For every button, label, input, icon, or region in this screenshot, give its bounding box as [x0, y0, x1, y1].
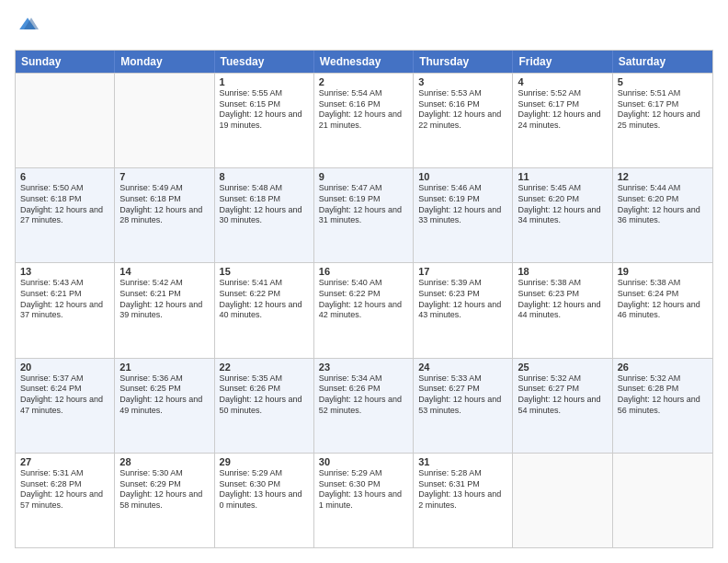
calendar-cell: 16Sunrise: 5:40 AM Sunset: 6:22 PM Dayli… [314, 263, 414, 357]
day-number: 30 [319, 456, 408, 467]
day-number: 19 [618, 266, 708, 277]
day-number: 31 [418, 456, 507, 467]
calendar-cell: 1Sunrise: 5:55 AM Sunset: 6:15 PM Daylig… [215, 74, 314, 167]
cell-daylight-info: Sunrise: 5:36 AM Sunset: 6:25 PM Dayligh… [119, 373, 209, 417]
cell-daylight-info: Sunrise: 5:28 AM Sunset: 6:31 PM Dayligh… [418, 468, 507, 511]
calendar-cell: 20Sunrise: 5:37 AM Sunset: 6:24 PM Dayli… [16, 359, 115, 453]
cell-daylight-info: Sunrise: 5:30 AM Sunset: 6:29 PM Dayligh… [119, 468, 209, 511]
cell-daylight-info: Sunrise: 5:52 AM Sunset: 6:17 PM Dayligh… [518, 88, 607, 132]
calendar-cell: 21Sunrise: 5:36 AM Sunset: 6:25 PM Dayli… [115, 359, 214, 453]
calendar-cell: 26Sunrise: 5:32 AM Sunset: 6:28 PM Dayli… [613, 359, 712, 453]
day-number: 3 [418, 76, 507, 87]
calendar-cell [16, 74, 115, 167]
cell-daylight-info: Sunrise: 5:40 AM Sunset: 6:22 PM Dayligh… [319, 278, 408, 321]
weekday-header: Sunday [16, 51, 115, 73]
calendar-cell: 15Sunrise: 5:41 AM Sunset: 6:22 PM Dayli… [215, 263, 314, 357]
calendar-cell: 31Sunrise: 5:28 AM Sunset: 6:31 PM Dayli… [414, 454, 513, 547]
calendar-cell: 13Sunrise: 5:43 AM Sunset: 6:21 PM Dayli… [16, 263, 115, 357]
calendar-cell: 5Sunrise: 5:51 AM Sunset: 6:17 PM Daylig… [613, 74, 712, 167]
calendar-cell: 30Sunrise: 5:29 AM Sunset: 6:30 PM Dayli… [314, 454, 414, 547]
calendar-cell: 29Sunrise: 5:29 AM Sunset: 6:30 PM Dayli… [215, 454, 314, 547]
cell-daylight-info: Sunrise: 5:29 AM Sunset: 6:30 PM Dayligh… [220, 468, 309, 511]
calendar-cell: 12Sunrise: 5:44 AM Sunset: 6:20 PM Dayli… [613, 168, 712, 262]
day-number: 24 [418, 362, 507, 373]
cell-daylight-info: Sunrise: 5:45 AM Sunset: 6:20 PM Dayligh… [518, 183, 607, 226]
calendar-cell: 27Sunrise: 5:31 AM Sunset: 6:28 PM Dayli… [16, 454, 115, 547]
calendar-cell [613, 454, 712, 547]
weekday-header: Tuesday [215, 51, 314, 73]
page-header [15, 15, 713, 40]
logo [15, 15, 39, 40]
day-number: 9 [319, 171, 408, 182]
cell-daylight-info: Sunrise: 5:35 AM Sunset: 6:26 PM Dayligh… [220, 373, 309, 417]
cell-daylight-info: Sunrise: 5:39 AM Sunset: 6:23 PM Dayligh… [418, 278, 507, 321]
day-number: 14 [119, 266, 209, 277]
cell-daylight-info: Sunrise: 5:31 AM Sunset: 6:28 PM Dayligh… [20, 468, 109, 511]
day-number: 17 [418, 266, 507, 277]
calendar-row: 27Sunrise: 5:31 AM Sunset: 6:28 PM Dayli… [16, 453, 712, 547]
calendar-cell: 9Sunrise: 5:47 AM Sunset: 6:19 PM Daylig… [314, 168, 414, 262]
calendar-cell: 14Sunrise: 5:42 AM Sunset: 6:21 PM Dayli… [115, 263, 214, 357]
weekday-header: Wednesday [314, 51, 414, 73]
day-number: 6 [20, 171, 109, 182]
calendar-cell: 25Sunrise: 5:32 AM Sunset: 6:27 PM Dayli… [513, 359, 612, 453]
cell-daylight-info: Sunrise: 5:32 AM Sunset: 6:28 PM Dayligh… [618, 373, 708, 417]
day-number: 4 [518, 76, 607, 87]
calendar-cell: 7Sunrise: 5:49 AM Sunset: 6:18 PM Daylig… [115, 168, 214, 262]
weekday-header: Friday [513, 51, 612, 73]
cell-daylight-info: Sunrise: 5:53 AM Sunset: 6:16 PM Dayligh… [418, 88, 507, 132]
calendar-cell: 18Sunrise: 5:38 AM Sunset: 6:23 PM Dayli… [513, 263, 612, 357]
calendar-row: 1Sunrise: 5:55 AM Sunset: 6:15 PM Daylig… [16, 73, 712, 167]
day-number: 10 [418, 171, 507, 182]
cell-daylight-info: Sunrise: 5:51 AM Sunset: 6:17 PM Dayligh… [618, 88, 708, 132]
day-number: 11 [518, 171, 607, 182]
cell-daylight-info: Sunrise: 5:49 AM Sunset: 6:18 PM Dayligh… [119, 183, 209, 226]
cell-daylight-info: Sunrise: 5:33 AM Sunset: 6:27 PM Dayligh… [418, 373, 507, 417]
logo-icon [17, 15, 39, 37]
day-number: 26 [618, 362, 708, 373]
cell-daylight-info: Sunrise: 5:55 AM Sunset: 6:15 PM Dayligh… [220, 88, 309, 132]
day-number: 25 [518, 362, 607, 373]
calendar-cell: 22Sunrise: 5:35 AM Sunset: 6:26 PM Dayli… [215, 359, 314, 453]
calendar-cell [115, 74, 214, 167]
day-number: 15 [220, 266, 309, 277]
calendar-cell: 4Sunrise: 5:52 AM Sunset: 6:17 PM Daylig… [513, 74, 612, 167]
calendar-cell: 10Sunrise: 5:46 AM Sunset: 6:19 PM Dayli… [414, 168, 513, 262]
calendar-header: SundayMondayTuesdayWednesdayThursdayFrid… [16, 51, 712, 73]
cell-daylight-info: Sunrise: 5:34 AM Sunset: 6:26 PM Dayligh… [319, 373, 408, 417]
day-number: 8 [220, 171, 309, 182]
day-number: 1 [220, 76, 309, 87]
calendar-body: 1Sunrise: 5:55 AM Sunset: 6:15 PM Daylig… [16, 73, 712, 547]
calendar-cell: 23Sunrise: 5:34 AM Sunset: 6:26 PM Dayli… [314, 359, 414, 453]
cell-daylight-info: Sunrise: 5:46 AM Sunset: 6:19 PM Dayligh… [418, 183, 507, 226]
cell-daylight-info: Sunrise: 5:32 AM Sunset: 6:27 PM Dayligh… [518, 373, 607, 417]
calendar-cell: 19Sunrise: 5:38 AM Sunset: 6:24 PM Dayli… [613, 263, 712, 357]
day-number: 13 [20, 266, 109, 277]
cell-daylight-info: Sunrise: 5:54 AM Sunset: 6:16 PM Dayligh… [319, 88, 408, 132]
calendar-cell: 3Sunrise: 5:53 AM Sunset: 6:16 PM Daylig… [414, 74, 513, 167]
calendar-cell: 17Sunrise: 5:39 AM Sunset: 6:23 PM Dayli… [414, 263, 513, 357]
cell-daylight-info: Sunrise: 5:47 AM Sunset: 6:19 PM Dayligh… [319, 183, 408, 226]
day-number: 29 [220, 456, 309, 467]
calendar-cell: 8Sunrise: 5:48 AM Sunset: 6:18 PM Daylig… [215, 168, 314, 262]
day-number: 7 [119, 171, 209, 182]
calendar-cell: 11Sunrise: 5:45 AM Sunset: 6:20 PM Dayli… [513, 168, 612, 262]
calendar-cell: 6Sunrise: 5:50 AM Sunset: 6:18 PM Daylig… [16, 168, 115, 262]
calendar-cell [513, 454, 612, 547]
day-number: 2 [319, 76, 408, 87]
cell-daylight-info: Sunrise: 5:44 AM Sunset: 6:20 PM Dayligh… [618, 183, 708, 226]
day-number: 12 [618, 171, 708, 182]
cell-daylight-info: Sunrise: 5:37 AM Sunset: 6:24 PM Dayligh… [20, 373, 109, 417]
cell-daylight-info: Sunrise: 5:42 AM Sunset: 6:21 PM Dayligh… [119, 278, 209, 321]
calendar-cell: 2Sunrise: 5:54 AM Sunset: 6:16 PM Daylig… [314, 74, 414, 167]
weekday-header: Thursday [414, 51, 513, 73]
day-number: 5 [618, 76, 708, 87]
calendar-row: 20Sunrise: 5:37 AM Sunset: 6:24 PM Dayli… [16, 358, 712, 453]
day-number: 16 [319, 266, 408, 277]
cell-daylight-info: Sunrise: 5:29 AM Sunset: 6:30 PM Dayligh… [319, 468, 408, 511]
cell-daylight-info: Sunrise: 5:38 AM Sunset: 6:23 PM Dayligh… [518, 278, 607, 321]
day-number: 27 [20, 456, 109, 467]
day-number: 18 [518, 266, 607, 277]
cell-daylight-info: Sunrise: 5:48 AM Sunset: 6:18 PM Dayligh… [220, 183, 309, 226]
calendar-row: 6Sunrise: 5:50 AM Sunset: 6:18 PM Daylig… [16, 167, 712, 262]
